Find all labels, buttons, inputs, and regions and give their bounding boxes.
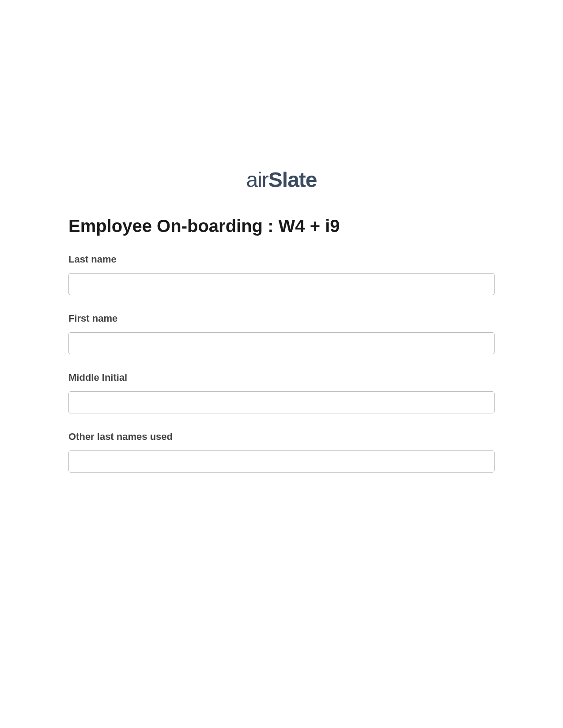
input-last-name[interactable] [68, 273, 495, 295]
label-last-name: Last name [68, 254, 495, 265]
label-first-name: First name [68, 313, 495, 324]
label-middle-initial: Middle Initial [68, 372, 495, 383]
input-other-last-names[interactable] [68, 450, 495, 473]
brand-logo: airSlate [0, 168, 563, 192]
form-group-last-name: Last name [68, 254, 495, 295]
form-group-middle-initial: Middle Initial [68, 372, 495, 413]
form-group-other-last-names: Other last names used [68, 431, 495, 473]
label-other-last-names: Other last names used [68, 431, 495, 443]
input-middle-initial[interactable] [68, 391, 495, 413]
input-first-name[interactable] [68, 332, 495, 354]
form-container: Last name First name Middle Initial Othe… [68, 254, 495, 490]
form-group-first-name: First name [68, 313, 495, 354]
brand-name-part1: air [246, 168, 268, 191]
brand-name-part2: Slate [268, 168, 317, 191]
page-title: Employee On-boarding : W4 + i9 [68, 216, 340, 236]
